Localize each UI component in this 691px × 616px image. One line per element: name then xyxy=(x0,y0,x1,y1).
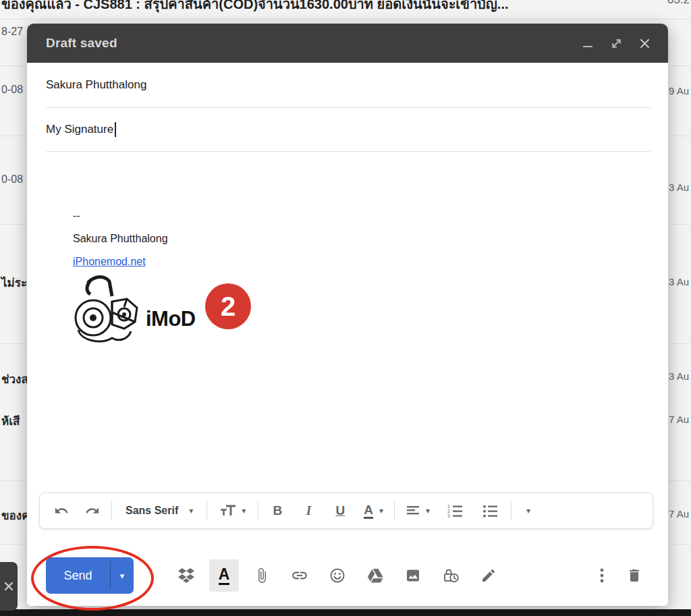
list-row-fragment: 0-08 xyxy=(1,173,23,186)
drive-icon xyxy=(367,568,384,584)
pen-icon xyxy=(480,567,497,584)
annotation-step-badge: 2 xyxy=(205,283,251,329)
trash-icon xyxy=(626,567,642,584)
send-options-button[interactable]: ▾ xyxy=(111,557,134,594)
bold-button[interactable]: B xyxy=(265,497,289,524)
svg-text:3: 3 xyxy=(447,513,450,518)
screen: ของคุณแล้ว - CJS881 : สรุปค่าสินค้า(COD)… xyxy=(0,0,691,616)
italic-label: I xyxy=(306,503,311,518)
list-row-fragment: ช่วงส xyxy=(1,370,28,388)
link-icon xyxy=(291,567,308,584)
minimized-compose-tab[interactable] xyxy=(0,562,18,611)
toolbar-divider xyxy=(206,501,207,520)
email-list-row-time: 03.2 xyxy=(667,0,690,7)
send-label: Send xyxy=(46,557,110,594)
compose-window: Draft saved xyxy=(27,24,668,606)
text-color-button[interactable]: A ▾ xyxy=(360,497,387,524)
redo-icon xyxy=(85,503,100,518)
svg-text:1: 1 xyxy=(447,504,450,509)
numbered-list-button[interactable]: 1 2 3 xyxy=(441,497,469,524)
list-row-date: 3 Au xyxy=(669,276,689,287)
signature-name: Sakura Phutthalong xyxy=(73,227,168,250)
more-vert-icon xyxy=(600,567,604,584)
drive-button[interactable] xyxy=(360,559,390,592)
minimize-button[interactable] xyxy=(582,37,594,49)
bulleted-list-button[interactable] xyxy=(476,497,504,524)
chevron-down-icon: ▾ xyxy=(426,507,430,515)
align-left-icon xyxy=(406,503,420,518)
popout-button[interactable] xyxy=(610,37,622,49)
list-row-fragment: ไม่ระ xyxy=(1,273,27,291)
redo-button[interactable] xyxy=(80,497,105,524)
formatting-toggle-label: A xyxy=(219,567,230,585)
insert-photo-button[interactable] xyxy=(398,559,428,592)
list-row-date: 9 Au xyxy=(669,85,689,96)
undo-button[interactable] xyxy=(49,497,74,524)
undo-icon xyxy=(54,503,69,518)
compose-title: Draft saved xyxy=(46,36,117,51)
chevron-down-icon: ▾ xyxy=(189,507,193,515)
discard-draft-button[interactable] xyxy=(619,559,649,592)
more-formatting-button[interactable]: ▾ xyxy=(518,497,538,524)
svg-text:2: 2 xyxy=(447,509,450,513)
list-row-date: 7 Au xyxy=(669,508,689,520)
close-icon xyxy=(4,582,13,591)
list-row-fragment: ของค xyxy=(1,506,30,524)
compose-actions: Send ▾ A xyxy=(46,557,649,594)
text-color-label: A xyxy=(364,503,373,519)
toolbar-divider xyxy=(511,501,512,520)
insert-emoji-button[interactable] xyxy=(323,559,352,592)
confidential-mode-button[interactable] xyxy=(436,559,466,592)
close-button[interactable] xyxy=(638,37,651,49)
recipient-value: Sakura Phutthalong xyxy=(46,78,146,92)
send-button[interactable]: Send ▾ xyxy=(46,557,134,594)
formatting-toggle-button[interactable]: A xyxy=(209,559,239,592)
list-row-fragment: ห้เสี xyxy=(1,412,20,430)
lock-clock-icon xyxy=(443,567,460,584)
font-family-select[interactable]: Sans Serif ▾ xyxy=(119,497,200,524)
text-cursor xyxy=(115,122,116,137)
more-options-button[interactable] xyxy=(587,559,617,592)
imod-logo-text: iMoD xyxy=(146,307,196,331)
signature-pen-button[interactable] xyxy=(474,559,503,592)
chevron-down-icon: ▾ xyxy=(379,507,383,515)
email-list-row-subject[interactable]: ของคุณแล้ว - CJS881 : สรุปค่าสินค้า(COD)… xyxy=(1,0,509,15)
signature-link[interactable]: iPhonemod.net xyxy=(73,256,146,267)
bottom-window-edge xyxy=(0,609,691,616)
paperclip-icon xyxy=(254,567,270,584)
popout-icon xyxy=(611,38,622,49)
close-icon xyxy=(640,38,650,49)
toolbar-divider xyxy=(111,501,112,520)
bulleted-list-icon xyxy=(482,503,498,518)
subject-value: My Signature xyxy=(46,123,113,136)
align-button[interactable]: ▾ xyxy=(402,497,434,524)
list-divider xyxy=(0,19,691,20)
image-icon xyxy=(405,567,421,584)
minimize-icon xyxy=(583,46,592,48)
format-size-icon xyxy=(219,503,237,519)
list-row-fragment: 8-27 xyxy=(1,26,23,38)
list-row-fragment: 0-08 xyxy=(1,84,23,96)
attach-file-button[interactable] xyxy=(247,559,277,592)
subject-field[interactable]: My Signature xyxy=(46,108,651,152)
list-row-date: 3 Au xyxy=(669,181,689,193)
underline-label: U xyxy=(335,503,345,518)
imod-logo-image xyxy=(67,272,143,347)
dropbox-button[interactable] xyxy=(171,559,201,592)
toolbar-divider xyxy=(394,501,395,520)
signature-delimiter: -- xyxy=(73,204,168,227)
chevron-down-icon: ▾ xyxy=(242,507,246,515)
insert-link-button[interactable] xyxy=(285,559,314,592)
underline-button[interactable]: U xyxy=(327,497,353,524)
numbered-list-icon: 1 2 3 xyxy=(447,503,463,518)
bold-label: B xyxy=(273,503,282,518)
italic-button[interactable]: I xyxy=(296,497,321,524)
font-size-button[interactable]: ▾ xyxy=(214,497,251,524)
emoji-icon xyxy=(329,567,346,584)
font-family-value: Sans Serif xyxy=(126,505,178,517)
chevron-down-icon: ▾ xyxy=(120,571,125,581)
list-row-date: 7 Au xyxy=(669,414,689,425)
recipient-field[interactable]: Sakura Phutthalong xyxy=(46,63,651,108)
compose-titlebar[interactable]: Draft saved xyxy=(27,24,668,63)
chevron-down-icon: ▾ xyxy=(526,507,530,515)
